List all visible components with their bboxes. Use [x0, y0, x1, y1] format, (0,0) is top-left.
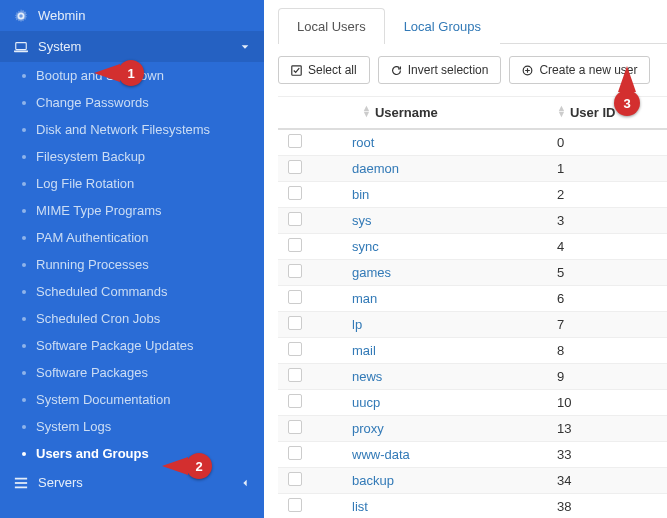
- svg-rect-0: [16, 42, 27, 49]
- sidebar-subitem[interactable]: Disk and Network Filesystems: [0, 116, 264, 143]
- row-checkbox[interactable]: [288, 160, 302, 174]
- col-label: User ID: [570, 105, 616, 120]
- cell-userid: 38: [547, 494, 667, 518]
- sidebar-subitem[interactable]: Change Passwords: [0, 89, 264, 116]
- row-checkbox[interactable]: [288, 316, 302, 330]
- plus-icon: [522, 65, 533, 76]
- cell-userid: 9: [547, 364, 667, 390]
- sidebar-subitem[interactable]: MIME Type Programs: [0, 197, 264, 224]
- select-all-button[interactable]: Select all: [278, 56, 370, 84]
- cell-username[interactable]: daemon: [312, 156, 547, 182]
- table-row: sys3: [278, 208, 667, 234]
- cell-userid: 2: [547, 182, 667, 208]
- tab-local-groups[interactable]: Local Groups: [385, 8, 500, 44]
- table-row: list38: [278, 494, 667, 518]
- svg-rect-4: [292, 65, 301, 74]
- cell-username[interactable]: www-data: [312, 442, 547, 468]
- sidebar-label: Webmin: [38, 8, 85, 23]
- cell-userid: 7: [547, 312, 667, 338]
- cell-username[interactable]: backup: [312, 468, 547, 494]
- cell-username[interactable]: bin: [312, 182, 547, 208]
- row-checkbox[interactable]: [288, 264, 302, 278]
- row-checkbox[interactable]: [288, 212, 302, 226]
- chevron-left-icon: [240, 478, 250, 488]
- row-checkbox[interactable]: [288, 238, 302, 252]
- invert-selection-button[interactable]: Invert selection: [378, 56, 502, 84]
- svg-rect-1: [15, 477, 27, 479]
- sidebar-subitem[interactable]: Filesystem Backup: [0, 143, 264, 170]
- sidebar-subitem[interactable]: System Documentation: [0, 386, 264, 413]
- row-checkbox[interactable]: [288, 134, 302, 148]
- main-panel: Local Users Local Groups Select all Inve…: [264, 0, 667, 518]
- tab-local-users[interactable]: Local Users: [278, 8, 385, 44]
- sidebar-subitem[interactable]: Scheduled Cron Jobs: [0, 305, 264, 332]
- sidebar-subitem[interactable]: Scheduled Commands: [0, 278, 264, 305]
- sidebar-label: Servers: [38, 475, 83, 490]
- cell-userid: 8: [547, 338, 667, 364]
- chevron-down-icon: [240, 42, 250, 52]
- cell-username[interactable]: uucp: [312, 390, 547, 416]
- cell-username[interactable]: sync: [312, 234, 547, 260]
- sidebar-item-servers[interactable]: Servers: [0, 467, 264, 498]
- cell-userid: 4: [547, 234, 667, 260]
- sidebar-subitem[interactable]: Users and Groups: [0, 440, 264, 467]
- col-checkbox: [278, 97, 312, 129]
- annotation-callout-3: 3: [614, 90, 640, 116]
- row-checkbox[interactable]: [288, 290, 302, 304]
- sidebar-subitem[interactable]: Software Packages: [0, 359, 264, 386]
- row-checkbox[interactable]: [288, 420, 302, 434]
- cell-userid: 1: [547, 156, 667, 182]
- cell-username[interactable]: list: [312, 494, 547, 518]
- tabs: Local Users Local Groups: [278, 8, 667, 44]
- cell-username[interactable]: proxy: [312, 416, 547, 442]
- table-row: root0: [278, 129, 667, 156]
- users-table-wrap[interactable]: ▲▼Username ▲▼User ID root0daemon1bin2sys…: [278, 96, 667, 518]
- sidebar-item-webmin[interactable]: Webmin: [0, 0, 264, 31]
- cell-userid: 3: [547, 208, 667, 234]
- cell-userid: 5: [547, 260, 667, 286]
- gear-icon: [14, 9, 28, 23]
- table-row: backup34: [278, 468, 667, 494]
- row-checkbox[interactable]: [288, 342, 302, 356]
- users-table: ▲▼Username ▲▼User ID root0daemon1bin2sys…: [278, 97, 667, 518]
- svg-rect-2: [15, 482, 27, 484]
- sidebar-item-system[interactable]: System: [0, 31, 264, 62]
- refresh-icon: [391, 65, 402, 76]
- cell-username[interactable]: man: [312, 286, 547, 312]
- sidebar-subitem[interactable]: Log File Rotation: [0, 170, 264, 197]
- sort-icon: ▲▼: [557, 105, 566, 118]
- button-label: Select all: [308, 63, 357, 77]
- cell-userid: 6: [547, 286, 667, 312]
- sidebar-subitem[interactable]: PAM Authentication: [0, 224, 264, 251]
- table-row: lp7: [278, 312, 667, 338]
- row-checkbox[interactable]: [288, 394, 302, 408]
- table-row: mail8: [278, 338, 667, 364]
- col-username[interactable]: ▲▼Username: [312, 97, 547, 129]
- col-userid[interactable]: ▲▼User ID: [547, 97, 667, 129]
- sidebar-subitem[interactable]: System Logs: [0, 413, 264, 440]
- table-row: man6: [278, 286, 667, 312]
- row-checkbox[interactable]: [288, 186, 302, 200]
- table-row: www-data33: [278, 442, 667, 468]
- sidebar-subitem[interactable]: Software Package Updates: [0, 332, 264, 359]
- row-checkbox[interactable]: [288, 368, 302, 382]
- cell-username[interactable]: lp: [312, 312, 547, 338]
- table-row: games5: [278, 260, 667, 286]
- cell-username[interactable]: mail: [312, 338, 547, 364]
- sidebar-subitem[interactable]: Running Processes: [0, 251, 264, 278]
- sidebar-label: System: [38, 39, 81, 54]
- table-row: uucp10: [278, 390, 667, 416]
- cell-userid: 33: [547, 442, 667, 468]
- cell-userid: 0: [547, 129, 667, 156]
- cell-username[interactable]: games: [312, 260, 547, 286]
- cell-username[interactable]: sys: [312, 208, 547, 234]
- cell-username[interactable]: news: [312, 364, 547, 390]
- cell-username[interactable]: root: [312, 129, 547, 156]
- row-checkbox[interactable]: [288, 472, 302, 486]
- row-checkbox[interactable]: [288, 446, 302, 460]
- annotation-callout-2: 2: [186, 453, 212, 479]
- table-row: proxy13: [278, 416, 667, 442]
- check-icon: [291, 65, 302, 76]
- row-checkbox[interactable]: [288, 498, 302, 512]
- annotation-callout-1: 1: [118, 60, 144, 86]
